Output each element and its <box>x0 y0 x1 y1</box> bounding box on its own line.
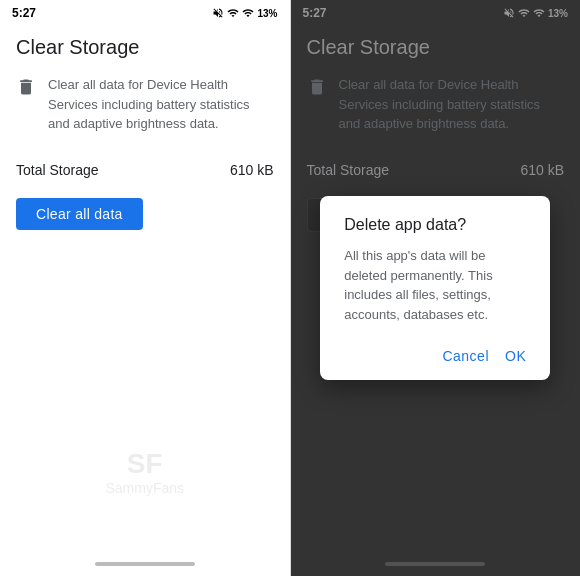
dialog-overlay: Delete app data? All this app's data wil… <box>291 0 581 576</box>
time-left: 5:27 <box>12 6 36 20</box>
status-icons-left: 13% <box>212 7 277 19</box>
storage-row-left: Total Storage 610 kB <box>16 150 274 190</box>
clear-all-data-button-left[interactable]: Clear all data <box>16 198 143 230</box>
left-phone-panel: 5:27 13% Clear Storage Clear all data fo… <box>0 0 290 576</box>
home-indicator-left <box>95 562 195 566</box>
dialog-title: Delete app data? <box>344 216 526 234</box>
dialog-buttons: Cancel OK <box>344 344 526 368</box>
dialog-message: All this app's data will be deleted perm… <box>344 246 526 324</box>
dialog-ok-button[interactable]: OK <box>505 344 526 368</box>
volume-icon <box>212 7 224 19</box>
trash-icon-left <box>16 77 36 97</box>
dialog-cancel-button[interactable]: Cancel <box>442 344 489 368</box>
page-title-left: Clear Storage <box>0 24 290 67</box>
info-text-left: Clear all data for Device Health Service… <box>48 75 274 134</box>
battery-left: 13% <box>257 8 277 19</box>
storage-value-left: 610 kB <box>230 162 274 178</box>
storage-label-left: Total Storage <box>16 162 99 178</box>
status-bar-left: 5:27 13% <box>0 0 290 24</box>
content-left: Clear all data for Device Health Service… <box>0 67 290 576</box>
signal-icon <box>242 7 254 19</box>
right-phone-panel: 5:27 13% Clear Storage Clear all data fo… <box>291 0 581 576</box>
delete-dialog: Delete app data? All this app's data wil… <box>320 196 550 380</box>
info-row-left: Clear all data for Device Health Service… <box>16 75 274 134</box>
wifi-icon <box>227 7 239 19</box>
